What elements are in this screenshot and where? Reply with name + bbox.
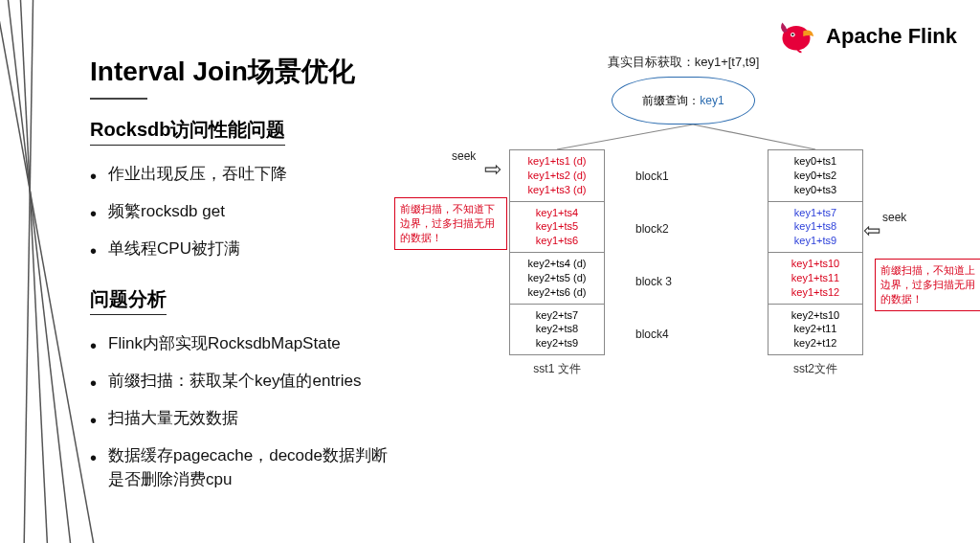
svg-point-6 [791, 34, 793, 35]
arrow-left-icon: ⇨ [863, 218, 880, 243]
sst-caption: sst2文件 [768, 361, 863, 377]
section1-list: 作业出现反压，吞吐下降 频繁rocksdb get 单线程CPU被打满 [90, 163, 396, 265]
list-item: 前缀扫描：获取某个key值的entries [90, 370, 396, 397]
sst-cell: key2+ts10key2+t11key2+t12 [768, 304, 863, 356]
sst-cell: key1+ts4key1+ts5key1+ts6 [509, 201, 605, 254]
sst-cell: key2+ts7key2+ts8key2+ts9 [509, 304, 605, 356]
list-item: Flink内部实现RocksdbMapState [90, 332, 396, 360]
svg-line-2 [19, 0, 48, 543]
block-label: block4 [635, 307, 672, 360]
sst-cell: key1+ts1 (d)key1+ts2 (d)key1+ts3 (d) [509, 149, 605, 202]
diagram-target: 真实目标获取：key1+[t7,t9] [406, 54, 961, 71]
svg-line-8 [693, 124, 815, 149]
list-item: 单线程CPU被打满 [90, 238, 396, 265]
svg-line-3 [24, 0, 33, 543]
page-title: Interval Join场景优化 [90, 54, 396, 90]
sst-cell: key2+ts4 (d)key2+ts5 (d)key2+ts6 (d) [509, 252, 605, 305]
cloud-query: 前缀查询： key1 [612, 77, 755, 124]
title-underline [90, 98, 147, 100]
brand-text: Apache Flink [826, 24, 957, 49]
svg-line-7 [557, 124, 693, 149]
list-item: 作业出现反压，吞吐下降 [90, 163, 396, 191]
seek-right-label: seek [882, 211, 906, 224]
list-item: 数据缓存pagecache，decode数据判断是否删除消费cpu [90, 444, 396, 491]
section2-heading: 问题分析 [90, 286, 167, 315]
svg-line-1 [5, 0, 72, 543]
diagram: 真实目标获取：key1+[t7,t9] 前缀查询： key1 seek ⇨ se… [406, 54, 961, 533]
list-item: 扫描大量无效数据 [90, 407, 396, 435]
sst1-column: key1+ts1 (d)key1+ts2 (d)key1+ts3 (d)key1… [509, 149, 605, 377]
sst-caption: sst1 文件 [509, 361, 605, 377]
section2-list: Flink内部实现RocksdbMapState 前缀扫描：获取某个key值的e… [90, 332, 396, 491]
sst2-column: key0+ts1key0+ts2key0+ts3key1+ts7key1+ts8… [768, 149, 863, 377]
sst-cell: key0+ts1key0+ts2key0+ts3 [768, 149, 863, 202]
callout-left: 前缀扫描，不知道下边界，过多扫描无用的数据！ [394, 197, 507, 250]
block-label: block 3 [635, 255, 672, 307]
callout-right: 前缀扫描，不知道上边界，过多扫描无用的数据！ [875, 259, 980, 311]
sst-cell: key1+ts10key1+ts11key1+ts12 [768, 252, 863, 305]
flink-logo-icon [776, 17, 816, 56]
section1-heading: Rocksdb访问性能问题 [90, 117, 285, 146]
block-labels: block1 block2 block 3 block4 [635, 149, 672, 360]
seek-left-label: seek [452, 149, 476, 163]
block-label: block2 [635, 202, 672, 255]
arrow-right-icon: ⇨ [484, 157, 501, 182]
sst-cell: key1+ts7key1+ts8key1+ts9 [768, 201, 863, 254]
block-label: block1 [635, 149, 672, 202]
svg-line-0 [0, 0, 96, 543]
list-item: 频繁rocksdb get [90, 200, 396, 228]
